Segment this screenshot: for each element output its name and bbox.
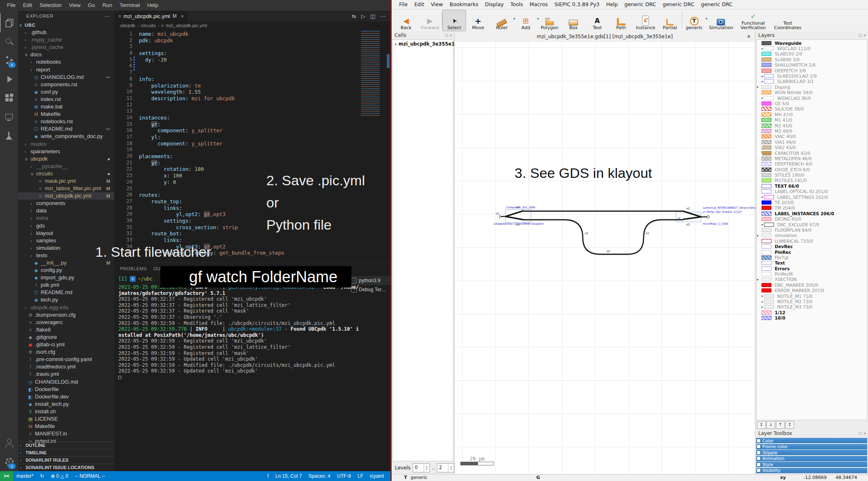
tree-item[interactable]: › .pytest_cache xyxy=(18,44,114,51)
layer-row[interactable]: LABEL OPTICAL IO 201/0 xyxy=(757,189,867,194)
layer-row[interactable]: M2 45/0 xyxy=(757,123,867,128)
close-panel-icon[interactable]: × xyxy=(449,33,452,37)
tree-item[interactable]: M Makefile xyxy=(18,423,114,430)
tree-item[interactable]: ◷ CHANGELOG.md ↩ xyxy=(18,74,114,81)
close-panel-icon[interactable]: × xyxy=(863,431,866,435)
status-item[interactable]: LF xyxy=(354,473,367,479)
layer-row[interactable]: SHALLOWETCH 2/6 xyxy=(757,62,867,68)
tree-item[interactable]: ≡ MANIFEST.in xyxy=(18,430,114,437)
activity-bar-item[interactable] xyxy=(0,13,18,32)
layer-row[interactable]: DEEPETCH 3/6 xyxy=(757,68,867,73)
tree-item[interactable]: ≡ .coveragerc xyxy=(18,319,114,326)
menu-item[interactable]: Help xyxy=(603,0,621,9)
toolbar-button[interactable]: Polygon xyxy=(538,10,561,31)
tree-item[interactable]: ⓘ README.md xyxy=(18,289,114,296)
float-panel-icon[interactable]: □ xyxy=(445,33,448,37)
editor-tab[interactable]: ≡ mzi_ubcpdk.pic.yml M × xyxy=(114,11,188,21)
menu-item[interactable]: generic DRC xyxy=(659,0,697,9)
minimap[interactable] xyxy=(361,31,386,117)
tree-item[interactable]: › notebooks xyxy=(18,58,114,66)
layer-swatch[interactable] xyxy=(764,305,774,309)
layer-swatch[interactable] xyxy=(762,283,771,287)
status-item[interactable]: Ln 15, Col 7 xyxy=(272,473,305,479)
layer-row[interactable]: LABEL_INSTANCES 206/0 xyxy=(757,211,867,216)
layer-row[interactable]: METALOPEN 46/0 xyxy=(757,156,867,161)
layer-row[interactable]: DICING 65/0 xyxy=(757,216,867,222)
toolbox-row[interactable]: Style xyxy=(756,462,867,467)
layer-swatch[interactable] xyxy=(764,46,774,51)
code-editor[interactable]: 1 name: mzi_ubcpdk 2 pdk: ubcpdk 3 xyxy=(114,30,390,262)
panel-tab[interactable]: OUTPUT xyxy=(153,263,173,274)
layer-row[interactable]: SITILES 190/0 xyxy=(757,172,867,177)
expand-arrow-icon[interactable]: ▸ xyxy=(757,85,759,89)
toolbar-button[interactable]: Box xyxy=(561,10,585,31)
tree-item[interactable]: › tests xyxy=(18,252,114,259)
panel-action-icon[interactable]: + xyxy=(320,266,323,272)
status-item[interactable]: ⊗ 0 △ 0 xyxy=(47,473,72,479)
layer-move-icon[interactable]: ↑ xyxy=(776,421,785,429)
layer-swatch[interactable] xyxy=(762,129,771,133)
activity-bar-item[interactable] xyxy=(0,32,18,51)
sidebar-section[interactable]: › TIMELINE xyxy=(18,449,114,456)
expand-arrow-icon[interactable]: ▸ xyxy=(762,47,763,51)
layer-row[interactable]: 10/0 xyxy=(757,315,867,321)
sidebar-section[interactable]: › OUTLINE xyxy=(18,442,114,449)
layer-swatch[interactable] xyxy=(762,168,771,172)
layer-swatch[interactable] xyxy=(762,90,771,94)
layer-swatch[interactable] xyxy=(764,74,774,78)
layer-swatch[interactable] xyxy=(762,63,771,67)
toolbar-button[interactable]: Partial xyxy=(658,10,682,31)
toolbar-button[interactable]: ⊞ ▾ Add xyxy=(514,10,538,31)
layer-swatch[interactable] xyxy=(762,277,771,281)
layer-swatch[interactable] xyxy=(762,52,771,56)
layer-row[interactable]: MH 47/0 xyxy=(757,112,867,117)
menu-item[interactable]: View xyxy=(65,0,84,11)
layer-swatch[interactable] xyxy=(762,206,771,210)
expand-arrow-icon[interactable]: ▸ xyxy=(762,294,763,298)
status-item[interactable]: UTF-8 xyxy=(334,473,354,479)
toolbar-button[interactable]: Simulation xyxy=(706,10,736,31)
layer-swatch[interactable] xyxy=(762,118,771,122)
layer-swatch[interactable] xyxy=(764,96,774,100)
menu-item[interactable]: generic DRC xyxy=(621,0,659,9)
tree-item[interactable]: ◧ Dockerfile.dev xyxy=(18,393,114,400)
tree-item[interactable]: ≡ index.rst xyxy=(18,96,114,103)
layer-row[interactable]: ▸ SLAB150CLAD 2/9 xyxy=(757,73,867,78)
expand-arrow-icon[interactable]: ▸ xyxy=(757,278,759,281)
menu-item[interactable]: File xyxy=(3,0,19,11)
tree-item[interactable]: ≡ components.rst xyxy=(18,81,114,88)
toolbar-button[interactable]: ➤ Select xyxy=(442,10,466,31)
layer-swatch[interactable] xyxy=(762,101,771,106)
panel-action-icon[interactable]: ▾ xyxy=(327,266,330,272)
status-item[interactable]: Spaces: 4 xyxy=(305,473,334,479)
tree-item[interactable]: ◆ install_tech.py xyxy=(18,400,114,408)
layer-row[interactable]: ▸ simulation xyxy=(757,233,867,238)
status-item[interactable]: -- NORMAL -- xyxy=(72,473,108,479)
toolbox-row[interactable]: Visibility xyxy=(756,468,867,473)
status-item[interactable]: f xyxy=(264,473,272,479)
tree-item[interactable]: ⚙ .isort.cfg xyxy=(18,348,114,356)
toolbox-row[interactable]: Animation xyxy=(756,456,867,461)
layer-swatch[interactable] xyxy=(762,250,771,254)
tree-item[interactable]: ⊞ make.bat xyxy=(18,103,114,110)
layer-row[interactable]: TM 204/0 xyxy=(757,205,867,211)
tree-item[interactable]: › data xyxy=(18,207,114,214)
layer-swatch[interactable] xyxy=(762,85,771,89)
tree-item[interactable]: ≡ mask.pic.yml M xyxy=(18,177,114,185)
menu-item[interactable]: Display xyxy=(482,0,507,9)
breadcrumb-segment[interactable]: › xyxy=(158,23,159,28)
editor-action-icon[interactable]: ⇆ xyxy=(352,13,356,19)
layer-row[interactable]: PinRec xyxy=(757,249,867,255)
terminal-list-item[interactable]: › Debug Ter... xyxy=(349,285,390,294)
breadcrumb-segment[interactable]: › xyxy=(137,23,139,28)
layer-row[interactable]: FLOORPLAN 64/0 xyxy=(757,227,867,232)
layer-move-icon[interactable]: ↥ xyxy=(785,421,794,429)
layer-row[interactable]: OXIDE_ETCH 6/0 xyxy=(757,167,867,172)
breadcrumb-segment[interactable]: ≡ xyxy=(162,23,164,28)
layer-row[interactable]: TE 203/0 xyxy=(757,200,867,205)
layer-swatch[interactable] xyxy=(762,156,771,161)
toolbar-button[interactable]: T ▾ generic xyxy=(682,10,706,31)
layer-swatch[interactable] xyxy=(762,311,771,315)
layer-swatch[interactable] xyxy=(764,299,774,304)
status-item[interactable]: icyaml xyxy=(367,473,387,479)
